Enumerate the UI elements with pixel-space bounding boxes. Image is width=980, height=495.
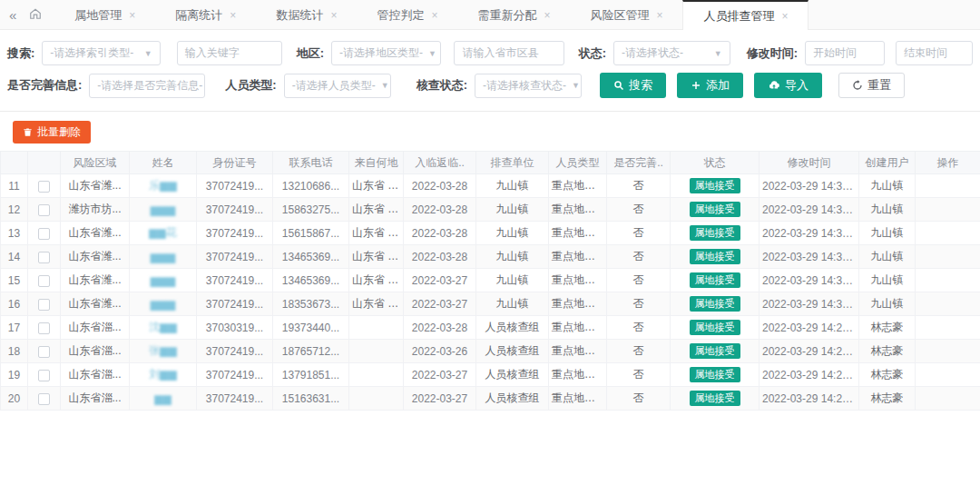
column-header: 入临返临.. bbox=[404, 152, 476, 174]
person-type-select[interactable]: -请选择人员类型-▼ bbox=[284, 74, 391, 98]
status-badge: 属地接受 bbox=[690, 367, 740, 382]
start-time-input[interactable]: 开始时间 bbox=[805, 41, 885, 65]
status-badge: 属地接受 bbox=[690, 320, 740, 335]
row-checkbox[interactable] bbox=[38, 322, 50, 334]
end-time-input[interactable]: 结束时间 bbox=[896, 41, 973, 65]
cell-info-complete: 否 bbox=[607, 387, 671, 411]
cell-actions bbox=[916, 292, 980, 316]
home-icon[interactable] bbox=[29, 7, 42, 22]
table-row: 15 山东省潍... ▆▆▆ 37072419... 13465369... 山… bbox=[1, 269, 980, 292]
cell-risk-region: 山东省淄... bbox=[61, 340, 130, 363]
status-badge: 属地接受 bbox=[690, 202, 740, 217]
add-button[interactable]: 添加 bbox=[677, 73, 743, 98]
filter-row-2: 是否完善信息: -请选择是否完善信息-▼ 人员类型: -请选择人员类型-▼ 核查… bbox=[7, 73, 973, 98]
cell-name: 张▆▆ bbox=[130, 340, 197, 363]
chevron-down-icon: ▼ bbox=[714, 49, 722, 58]
row-checkbox[interactable] bbox=[38, 204, 50, 216]
chevron-down-icon: ▼ bbox=[381, 81, 389, 90]
keyword-input[interactable]: 输入关键字 bbox=[177, 41, 282, 65]
cell-check-unit: 九山镇 bbox=[476, 292, 549, 316]
batch-delete-button[interactable]: 批量删除 bbox=[13, 121, 91, 144]
tab-4[interactable]: 管控判定 × bbox=[357, 0, 457, 29]
tab-close-icon[interactable]: × bbox=[230, 9, 236, 22]
cell-risk-region: 山东省潍... bbox=[61, 292, 130, 316]
cell-id-number: 37072419... bbox=[197, 269, 273, 292]
column-header: 修改时间 bbox=[760, 152, 859, 174]
tab-5[interactable]: 需重新分配 × bbox=[457, 0, 570, 29]
cell-phone: 15863275... bbox=[273, 198, 349, 222]
row-index: 14 bbox=[1, 245, 28, 269]
cell-actions bbox=[916, 222, 980, 245]
reset-button[interactable]: 重置 bbox=[838, 73, 905, 98]
cell-person-type: 重点地区... bbox=[549, 363, 607, 387]
status-badge: 属地接受 bbox=[690, 272, 740, 288]
cell-from-place bbox=[349, 316, 404, 340]
table-header-row: 风险区域姓名身份证号联系电话来自何地入临返临..排查单位人员类型是否完善..状态… bbox=[1, 152, 980, 174]
collapse-tabs-icon[interactable]: « bbox=[9, 8, 16, 22]
row-checkbox[interactable] bbox=[38, 252, 50, 263]
row-index: 18 bbox=[1, 340, 28, 363]
cell-check-unit: 人员核查组 bbox=[476, 340, 549, 363]
tab-close-icon[interactable]: × bbox=[129, 9, 135, 22]
row-index: 12 bbox=[1, 198, 28, 222]
cell-creator: 九山镇 bbox=[859, 198, 916, 222]
cell-check-unit: 人员核查组 bbox=[476, 387, 549, 411]
region-input[interactable]: 请输入省市区县 bbox=[454, 41, 564, 65]
cell-phone: 13465369... bbox=[273, 245, 349, 269]
check-status-select[interactable]: -请选择核查状态-▼ bbox=[475, 74, 582, 98]
tab-1[interactable]: 属地管理 × bbox=[54, 0, 155, 29]
tab-close-icon[interactable]: × bbox=[781, 10, 788, 23]
row-checkbox[interactable] bbox=[38, 393, 50, 405]
import-button[interactable]: 导入 bbox=[754, 73, 822, 98]
column-header: 来自何地 bbox=[349, 152, 404, 174]
row-checkbox[interactable] bbox=[38, 299, 50, 311]
cell-actions bbox=[916, 269, 980, 292]
cell-person-type: 重点地区... bbox=[549, 340, 607, 363]
row-checkbox[interactable] bbox=[38, 370, 50, 381]
tab-2[interactable]: 隔离统计 × bbox=[155, 0, 256, 29]
column-header: 姓名 bbox=[130, 152, 197, 174]
column-header: 联系电话 bbox=[273, 152, 349, 174]
tab-6[interactable]: 风险区管理 × bbox=[570, 0, 682, 29]
row-index: 19 bbox=[1, 363, 28, 387]
search-button[interactable]: 搜索 bbox=[600, 73, 666, 98]
cell-risk-region: 山东省潍... bbox=[61, 245, 130, 269]
chevron-down-icon: ▼ bbox=[144, 49, 152, 58]
cell-creator: 九山镇 bbox=[859, 292, 916, 316]
row-checkbox[interactable] bbox=[38, 228, 50, 240]
tab-close-icon[interactable]: × bbox=[431, 9, 437, 22]
status-select[interactable]: -请选择状态-▼ bbox=[613, 41, 730, 65]
search-icon bbox=[613, 80, 624, 91]
status-badge: 属地接受 bbox=[690, 178, 740, 193]
tab-label: 风险区管理 bbox=[590, 7, 649, 24]
tab-close-icon[interactable]: × bbox=[544, 9, 550, 22]
cell-enter-date: 2022-03-26 bbox=[404, 340, 476, 363]
cell-info-complete: 否 bbox=[607, 340, 671, 363]
search-label: 搜索: bbox=[7, 45, 34, 62]
cell-from-place: 山东省 潍... bbox=[349, 292, 404, 316]
region-type-select[interactable]: -请选择地区类型-▼ bbox=[331, 41, 441, 65]
row-checkbox[interactable] bbox=[38, 275, 50, 287]
cell-enter-date: 2022-03-28 bbox=[404, 316, 476, 340]
column-header bbox=[1, 152, 28, 174]
tab-7[interactable]: 人员排查管理 × bbox=[682, 0, 808, 30]
row-checkbox[interactable] bbox=[38, 181, 50, 193]
cell-from-place bbox=[349, 387, 404, 411]
cell-name: ▆▆▆ bbox=[130, 245, 197, 269]
complete-info-select[interactable]: -请选择是否完善信息-▼ bbox=[89, 74, 205, 98]
tab-close-icon[interactable]: × bbox=[656, 9, 662, 22]
tab-3[interactable]: 数据统计 × bbox=[256, 0, 357, 29]
cell-info-complete: 否 bbox=[607, 222, 671, 245]
cell-status: 属地接受 bbox=[671, 316, 760, 340]
tab-close-icon[interactable]: × bbox=[330, 9, 337, 22]
cell-phone: 13791851... bbox=[273, 363, 349, 387]
tab-label: 数据统计 bbox=[276, 7, 323, 24]
row-index: 17 bbox=[1, 316, 28, 340]
cell-check-unit: 九山镇 bbox=[476, 174, 549, 198]
row-checkbox[interactable] bbox=[38, 346, 50, 358]
cell-creator: 林志豪 bbox=[859, 387, 916, 411]
cell-name: 刘▆▆ bbox=[130, 363, 197, 387]
chevron-down-icon: ▼ bbox=[428, 49, 436, 58]
index-type-select[interactable]: -请选择索引类型-▼ bbox=[42, 41, 160, 65]
trash-icon bbox=[23, 127, 33, 137]
